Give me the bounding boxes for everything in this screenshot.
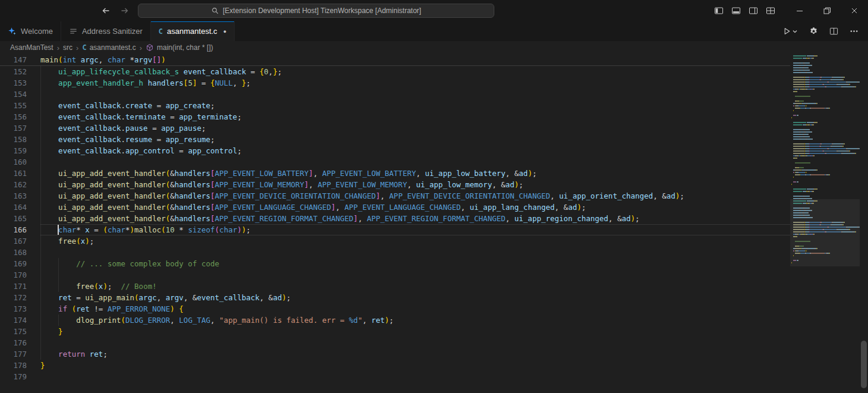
line-content[interactable]: ui_app_add_event_handler(&handlers[APP_E…: [40, 213, 790, 224]
line-number[interactable]: 168: [0, 247, 27, 258]
line-content[interactable]: event_callback.app_control = app_control…: [40, 145, 790, 156]
line-content[interactable]: event_callback.resume = app_resume;: [40, 134, 790, 145]
toggle-sidebar-button[interactable]: [713, 5, 725, 17]
line-content[interactable]: [40, 156, 790, 168]
toggle-panel-button[interactable]: [730, 5, 742, 17]
line-content[interactable]: ui_app_add_event_handler(&handlers[APP_E…: [40, 168, 790, 179]
line-content[interactable]: }: [40, 326, 790, 337]
line-content[interactable]: // ... some complex body of code: [40, 258, 790, 269]
line-number[interactable]: 157: [0, 122, 27, 134]
line-number[interactable]: 161: [0, 168, 27, 179]
line-content[interactable]: char* x = (char*)malloc(10 * sizeof(char…: [40, 224, 790, 235]
line-content[interactable]: }: [40, 360, 790, 371]
code-line: 155 event_callback.create = app_create;: [0, 100, 790, 111]
line-content[interactable]: [40, 269, 790, 281]
tab-asanmantest-c[interactable]: Casanmantest.c●: [151, 21, 235, 41]
line-content[interactable]: if (ret != APP_ERROR_NONE) {: [40, 303, 790, 315]
minimap-slider[interactable]: [790, 199, 860, 266]
line-number[interactable]: 179: [0, 371, 27, 382]
line-number[interactable]: 147: [0, 54, 27, 65]
back-button[interactable]: [100, 5, 112, 17]
line-number[interactable]: 170: [0, 269, 27, 281]
line-content[interactable]: free(x);: [40, 235, 790, 247]
line-content[interactable]: ui_app_add_event_handler(&handlers[APP_E…: [40, 190, 790, 202]
line-number[interactable]: 172: [0, 292, 27, 303]
line-number[interactable]: 153: [0, 77, 27, 89]
line-content[interactable]: main(int argc, char *argv[]): [40, 54, 790, 65]
line-number[interactable]: 176: [0, 337, 27, 348]
line-number[interactable]: 160: [0, 156, 27, 168]
close-button[interactable]: [841, 0, 868, 21]
line-number[interactable]: 177: [0, 348, 27, 360]
code-line: 179: [0, 371, 790, 382]
line-content[interactable]: app_event_handler_h handlers[5] = {NULL,…: [40, 77, 790, 89]
line-number[interactable]: 175: [0, 326, 27, 337]
command-center[interactable]: [Extension Development Host] TizenWorksp…: [138, 4, 494, 18]
settings-gear-button[interactable]: [808, 26, 819, 37]
line-number[interactable]: 174: [0, 315, 27, 326]
run-button[interactable]: [781, 26, 799, 37]
play-icon: [782, 27, 791, 36]
minimap[interactable]: [790, 54, 860, 393]
tab-address-sanitizer[interactable]: Address Sanitizer: [61, 21, 151, 41]
line-number[interactable]: 152: [0, 66, 27, 77]
line-content[interactable]: [40, 337, 790, 348]
line-content[interactable]: event_callback.pause = app_pause;: [40, 122, 790, 134]
sticky-scroll-line[interactable]: 147main(int argc, char *argv[]): [0, 54, 790, 66]
line-content[interactable]: [40, 247, 790, 258]
breadcrumb-item-src[interactable]: src: [63, 43, 72, 52]
line-number[interactable]: 162: [0, 179, 27, 190]
line-content[interactable]: [40, 89, 790, 100]
method-icon: [146, 43, 154, 52]
line-content[interactable]: ret = ui_app_main(argc, argv, &event_cal…: [40, 292, 790, 303]
modified-indicator[interactable]: ●: [223, 29, 226, 34]
line-content[interactable]: dlog_print(DLOG_ERROR, LOG_TAG, "app_mai…: [40, 315, 790, 326]
breadcrumb-item-asanmantest-c[interactable]: Casanmantest.c: [82, 43, 135, 52]
breadcrumb-label: main(int, char * []): [157, 43, 213, 52]
code-line: 178}: [0, 360, 790, 371]
line-content[interactable]: ui_app_add_event_handler(&handlers[APP_E…: [40, 179, 790, 190]
vertical-scrollbar[interactable]: [860, 54, 868, 393]
indent-guide: [40, 269, 41, 281]
line-content[interactable]: ui_app_lifecycle_callback_s event_callba…: [40, 66, 790, 77]
indent-guide: [40, 190, 41, 202]
code-editor[interactable]: 147main(int argc, char *argv[]) 152 ui_a…: [0, 54, 868, 393]
indent-guide: [58, 269, 59, 281]
line-number[interactable]: 156: [0, 111, 27, 122]
line-number[interactable]: 154: [0, 89, 27, 100]
line-number[interactable]: 164: [0, 202, 27, 213]
split-editor-button[interactable]: [828, 26, 839, 37]
line-content[interactable]: return ret;: [40, 348, 790, 360]
customize-layout-button[interactable]: [765, 5, 777, 17]
line-number[interactable]: 167: [0, 235, 27, 247]
toggle-secondary-sidebar-button[interactable]: [747, 5, 759, 17]
restore-icon: [822, 6, 832, 15]
line-content[interactable]: [40, 371, 790, 382]
line-number[interactable]: 163: [0, 190, 27, 202]
scrollbar-thumb[interactable]: [861, 341, 867, 388]
line-number[interactable]: 166: [0, 224, 27, 235]
line-content[interactable]: ui_app_add_event_handler(&handlers[APP_E…: [40, 202, 790, 213]
line-number[interactable]: 155: [0, 100, 27, 111]
line-number[interactable]: 165: [0, 213, 27, 224]
breadcrumb-item-main-int-char[interactable]: main(int, char * []): [146, 43, 213, 52]
line-number[interactable]: 169: [0, 258, 27, 269]
line-content[interactable]: event_callback.create = app_create;: [40, 100, 790, 111]
line-number[interactable]: 158: [0, 134, 27, 145]
indent-guide: [40, 247, 41, 258]
tab-welcome[interactable]: Welcome: [0, 21, 61, 41]
line-number[interactable]: 178: [0, 360, 27, 371]
minimize-button[interactable]: [786, 0, 813, 21]
line-content[interactable]: event_callback.terminate = app_terminate…: [40, 111, 790, 122]
more-actions-button[interactable]: [848, 26, 860, 37]
c-file-icon: C: [159, 27, 163, 36]
forward-button[interactable]: [119, 5, 131, 17]
line-content[interactable]: free(x); // Boom!: [40, 281, 790, 292]
line-number[interactable]: 159: [0, 145, 27, 156]
breadcrumb-item-asanmantest[interactable]: AsanManTest: [10, 43, 53, 52]
line-number[interactable]: 171: [0, 281, 27, 292]
restore-button[interactable]: [813, 0, 841, 21]
line-number[interactable]: 173: [0, 303, 27, 315]
indent-guide: [58, 315, 59, 326]
chevron-right-icon: ›: [140, 43, 142, 52]
